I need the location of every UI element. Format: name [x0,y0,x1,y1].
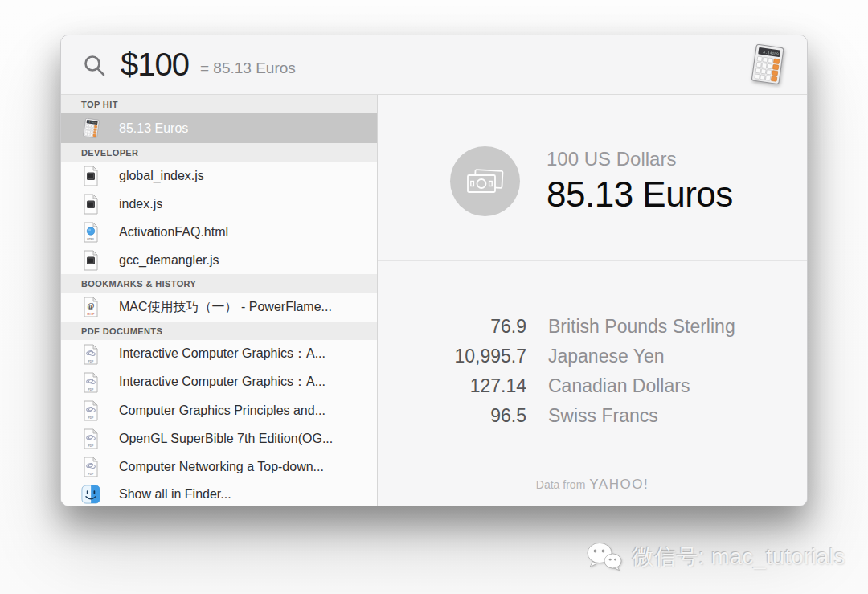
conversion-row: 10,995.7 Japanese Yen [378,342,807,371]
calculator-icon [81,117,100,140]
conversion-list: 76.9 British Pounds Sterling 10,995.7 Ja… [378,312,807,431]
js-file-icon [81,249,100,272]
js-file-icon [81,165,100,187]
conversion-value: 10,995.7 [378,342,526,371]
pdf-file-icon [81,428,100,450]
search-input[interactable]: $100 [121,47,189,83]
list-item[interactable]: MAC使用技巧（一） - PowerFlame... [61,293,377,322]
wechat-icon [586,541,623,573]
list-item-label: Show all in Finder... [119,487,231,502]
attribution-prefix: Data from [536,478,585,491]
list-item[interactable]: Computer Graphics Principles and... [61,396,377,424]
finder-icon [81,483,100,506]
list-item[interactable]: gcc_demangler.js [61,246,377,274]
spotlight-body: TOP HIT 85.13 Euros DEVELOPER global_ind… [61,95,807,506]
conversion-value: 127.14 [378,371,526,401]
list-item[interactable]: global_index.js [61,162,377,190]
detail-pane: 100 US Dollars 85.13 Euros 76.9 British … [378,95,807,506]
search-icon [82,53,106,77]
list-item[interactable]: OpenGL SuperBible 7th Edition(OG... [61,424,377,453]
section-header-pdf-documents: PDF DOCUMENTS [61,322,377,340]
calculator-icon [749,44,786,86]
conversion-row: 127.14 Canadian Dollars [378,371,807,401]
spotlight-search-bar[interactable]: $100 = 85.13 Euros [61,35,807,95]
conversion-currency: Japanese Yen [548,342,665,371]
section-header-bookmarks-history: BOOKMARKS & HISTORY [61,274,377,293]
web-history-icon [81,296,100,318]
banknotes-icon [465,168,506,195]
js-file-icon [81,193,100,215]
search-result-preview: = 85.13 Euros [200,59,296,77]
pdf-file-icon [81,343,100,366]
list-item-label: Computer Networking a Top-down... [119,460,324,474]
show-all-in-finder[interactable]: Show all in Finder... [61,481,377,506]
list-item[interactable]: Interactive Computer Graphics：A... [61,368,377,396]
converted-amount: 85.13 Euros [547,174,733,215]
list-item[interactable]: Computer Networking a Top-down... [61,453,377,481]
list-item-label: gcc_demangler.js [119,253,219,268]
watermark-text: 微信号: mac_tutorials [632,543,845,571]
pdf-file-icon [81,371,100,394]
conversion-value: 76.9 [378,312,526,342]
list-item-label: ActivationFAQ.html [119,225,228,240]
conversion-currency: Swiss Francs [548,401,658,431]
currency-circle [450,146,520,216]
list-item[interactable]: ActivationFAQ.html [61,218,377,246]
list-item-label: MAC使用技巧（一） - PowerFlame... [119,299,332,316]
conversion-row: 76.9 British Pounds Sterling [378,312,807,342]
conversion-row: 96.5 Swiss Francs [378,401,807,431]
list-item-label: OpenGL SuperBible 7th Edition(OG... [119,432,333,446]
results-sidebar: TOP HIT 85.13 Euros DEVELOPER global_ind… [61,95,378,506]
conversion-currency: British Pounds Sterling [548,312,735,342]
list-item-top-hit[interactable]: 85.13 Euros [61,113,377,143]
html-file-icon [81,221,100,244]
list-item-label: Computer Graphics Principles and... [119,404,326,418]
list-item-label: Interactive Computer Graphics：A... [119,346,326,363]
list-item-label: index.js [119,197,162,211]
section-header-developer: DEVELOPER [61,143,377,162]
section-header-top-hit: TOP HIT [61,95,377,113]
data-attribution: Data fromYAHOO! [378,477,807,493]
list-item-label: 85.13 Euros [119,121,188,136]
list-item[interactable]: index.js [61,190,377,218]
conversion-value: 96.5 [378,401,526,431]
spotlight-window: $100 = 85.13 Euros TOP HIT 85.13 Euros D… [60,35,808,506]
list-item-label: Interactive Computer Graphics：A... [119,374,326,391]
conversion-hero: 100 US Dollars 85.13 Euros [378,95,807,261]
list-item[interactable]: Interactive Computer Graphics：A... [61,340,377,368]
source-amount: 100 US Dollars [547,148,733,170]
pdf-file-icon [81,456,100,478]
conversion-currency: Canadian Dollars [548,371,690,401]
yahoo-logo: YAHOO! [589,477,649,492]
pdf-file-icon [81,399,100,422]
watermark: 微信号: mac_tutorials [586,541,845,573]
list-item-label: global_index.js [119,169,204,183]
